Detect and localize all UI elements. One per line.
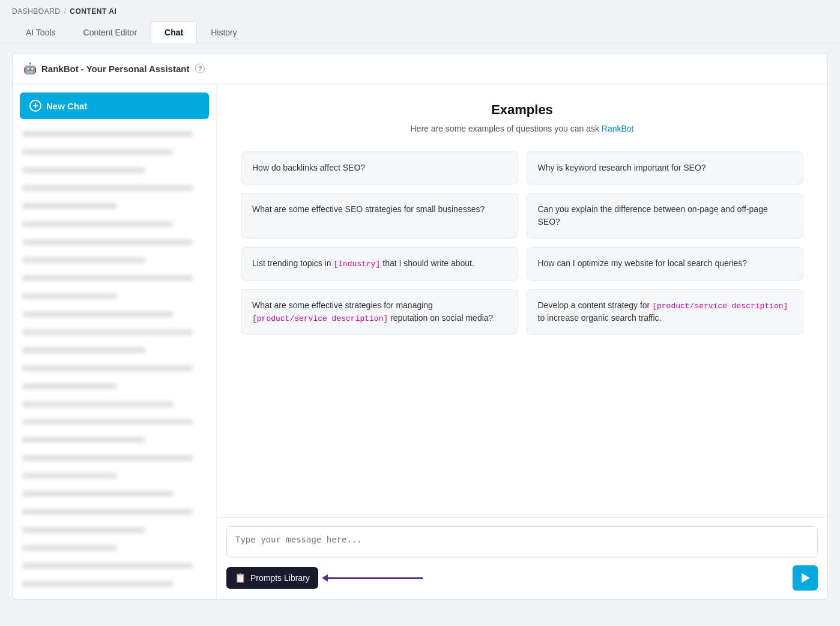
send-icon [802,573,810,583]
example-card-1[interactable]: How do backlinks affect SEO? [241,151,518,184]
history-item [22,401,174,407]
rankbot-icon: 🤖 [23,62,37,75]
plus-icon: + [29,100,41,112]
history-item [22,185,193,191]
breadcrumb-dashboard: DASHBOARD [12,7,61,16]
panel-body: + New Chat [13,84,827,599]
breadcrumb-separator: / [64,7,67,16]
examples-subtitle-prefix: Here are some examples of questions you … [411,124,602,133]
arrow-line [327,577,423,579]
main-wrapper: 🤖 RankBot - Your Personal Assistant ? + … [0,43,840,609]
send-button[interactable] [793,565,818,591]
breadcrumb-current: CONTENT AI [70,7,116,16]
tab-content-editor[interactable]: Content Editor [70,21,151,43]
history-item [22,293,117,299]
history-item [22,275,193,281]
tab-bar: AI Tools Content Editor Chat History [0,20,840,43]
example-card-8[interactable]: Develop a content strategy for [product/… [527,289,804,335]
history-item [22,131,193,137]
history-item [22,473,117,479]
history-item [22,203,117,209]
breadcrumb: DASHBOARD / CONTENT AI [0,0,840,20]
history-item [22,239,193,245]
tab-ai-tools[interactable]: AI Tools [12,21,70,43]
panel-title: RankBot - Your Personal Assistant [41,64,189,74]
prompts-library-icon: 📋 [235,573,246,583]
sidebar: + New Chat [13,84,217,599]
history-item [22,509,193,515]
example-card-7[interactable]: What are some effective strategies for m… [241,289,518,335]
input-toolbar: 📋 Prompts Library [226,565,818,591]
example-card-5[interactable]: List trending topics in [Industry] that … [241,247,518,281]
new-chat-label: New Chat [46,101,87,111]
placeholder-product-service-1: [product/service description] [252,314,388,323]
history-item [22,329,193,335]
history-item [22,383,117,389]
history-item [22,527,145,533]
history-item [22,167,145,173]
examples-rankbot-brand: RankBot [602,124,634,133]
message-input[interactable] [226,526,818,558]
history-item [22,455,193,461]
history-item [22,437,145,443]
main-panel: 🤖 RankBot - Your Personal Assistant ? + … [12,53,828,600]
examples-subtitle: Here are some examples of questions you … [241,124,803,133]
panel-header: 🤖 RankBot - Your Personal Assistant ? [13,53,827,84]
history-item [22,149,174,155]
examples-section: Examples Here are some examples of quest… [217,84,827,517]
arrow-annotation [327,577,423,579]
prompts-library-button[interactable]: 📋 Prompts Library [226,567,318,589]
history-item [22,347,145,353]
examples-grid: How do backlinks affect SEO? Why is keyw… [241,151,803,335]
history-item [22,419,193,425]
history-item [22,581,174,587]
history-item [22,491,174,497]
example-card-3[interactable]: What are some effective SEO strategies f… [241,193,518,239]
examples-title: Examples [241,102,803,118]
input-area: 📋 Prompts Library [217,517,827,599]
tab-history[interactable]: History [197,21,251,43]
help-icon[interactable]: ? [195,64,205,73]
placeholder-product-service-2: [product/service description] [652,302,788,311]
example-card-6[interactable]: How can I optimize my website for local … [527,247,804,281]
history-item [22,545,117,551]
prompts-library-label: Prompts Library [250,573,310,583]
example-card-2[interactable]: Why is keyword research important for SE… [527,151,804,184]
history-item [22,257,145,263]
example-card-4[interactable]: Can you explain the difference between o… [527,193,804,239]
history-item [22,563,193,569]
placeholder-industry: [Industry] [333,260,380,269]
history-item [22,365,193,371]
tab-chat[interactable]: Chat [151,21,197,43]
history-item [22,221,174,227]
chat-area: Examples Here are some examples of quest… [217,84,827,599]
history-item [22,311,174,317]
new-chat-button[interactable]: + New Chat [20,93,209,119]
